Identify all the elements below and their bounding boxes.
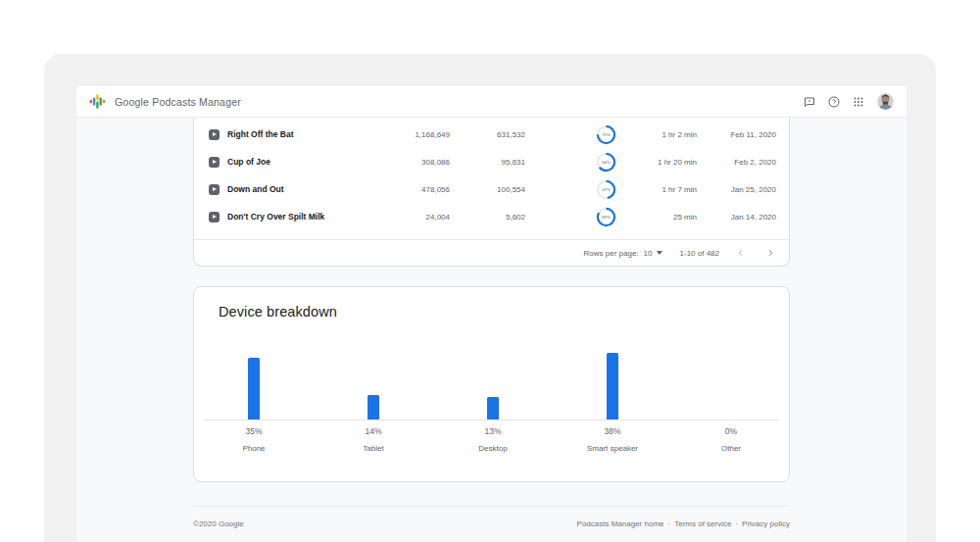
- episode-title: Down and Out: [227, 184, 284, 194]
- table-row[interactable]: Don't Cry Over Spilt Milk 24,004 5,602 8…: [194, 203, 789, 230]
- avg-length-value: 25 min: [625, 213, 697, 222]
- avg-length-value: 1 hr 7 min: [625, 185, 697, 194]
- table-row[interactable]: Right Off the Bat 1,168,649 631,532 75% …: [194, 121, 789, 148]
- app-window: Google Podcasts Manager: [76, 86, 906, 542]
- axis-label-phone: 35% Phone: [194, 426, 314, 453]
- publish-date: Jan 25, 2020: [694, 185, 776, 194]
- retention-percent: 83%: [601, 212, 611, 222]
- axis-label-other: 0% Other: [671, 426, 791, 453]
- axis-label-smart-speaker: 38% Smart speaker: [553, 426, 672, 453]
- plays-value: 308,086: [341, 158, 450, 167]
- google-podcasts-logo-icon: [89, 93, 106, 110]
- retention-percent: 75%: [601, 129, 611, 139]
- rows-per-page-label: Rows per page:: [584, 249, 639, 258]
- retention-ring: 47%: [596, 179, 616, 200]
- bar-value-label: 13%: [433, 426, 553, 436]
- plays-value: 1,168,649: [341, 130, 450, 139]
- episode-title: Don't Cry Over Spilt Milk: [227, 212, 324, 222]
- footer-link-home[interactable]: Podcasts Manager home: [577, 519, 664, 528]
- pagination-bar: Rows per page: 10 1-10 of 482: [194, 239, 789, 266]
- bar-tablet: [368, 395, 379, 419]
- footer: ©2020 Google Podcasts Manager home · Ter…: [193, 519, 790, 528]
- feedback-icon[interactable]: [804, 96, 815, 108]
- episode-title: Right Off the Bat: [227, 129, 294, 139]
- table-row[interactable]: Cup of Joe 308,086 95,631 64% 1 hr 20 mi…: [194, 148, 789, 175]
- app-title: Google Podcasts Manager: [115, 96, 241, 108]
- episode-rows: Right Off the Bat 1,168,649 631,532 75% …: [194, 118, 789, 230]
- plays-value: 24,004: [341, 213, 450, 222]
- bar-phone: [248, 358, 260, 419]
- episodes-table-card: Right Off the Bat 1,168,649 631,532 75% …: [193, 118, 790, 267]
- apps-grid-icon[interactable]: [853, 96, 864, 108]
- pagination-range: 1-10 of 482: [680, 249, 719, 258]
- listeners-value: 95,631: [439, 158, 525, 167]
- footer-link-terms[interactable]: Terms of service: [674, 519, 731, 528]
- plays-value: 478,056: [341, 185, 450, 194]
- bar-desktop: [487, 397, 499, 419]
- rows-per-page-select[interactable]: 10: [644, 249, 653, 258]
- axis-label-tablet: 14% Tablet: [314, 426, 433, 453]
- avg-length-value: 1 hr 2 min: [625, 130, 697, 139]
- copyright-text: ©2020 Google: [193, 519, 244, 528]
- app-header: Google Podcasts Manager: [76, 86, 906, 118]
- bar-category-label: Desktop: [433, 444, 553, 453]
- axis-label-desktop: 13% Desktop: [433, 426, 553, 453]
- footer-link-privacy[interactable]: Privacy policy: [742, 519, 790, 528]
- retention-ring: 83%: [596, 207, 616, 227]
- play-icon[interactable]: [209, 212, 220, 222]
- header-actions: [804, 93, 894, 110]
- retention-ring: 64%: [596, 152, 616, 172]
- listeners-value: 100,554: [439, 185, 525, 194]
- play-icon[interactable]: [209, 184, 220, 195]
- bar-value-label: 38%: [553, 426, 672, 436]
- bar-category-label: Phone: [194, 444, 314, 453]
- retention-percent: 64%: [601, 157, 611, 167]
- bar-smart-speaker: [607, 353, 618, 419]
- bar-value-label: 14%: [314, 426, 433, 436]
- footer-separator: ·: [668, 519, 671, 528]
- device-breakdown-card: Device breakdown 35% Phone 14% Tablet 13…: [193, 286, 790, 482]
- chart-baseline: [204, 419, 779, 420]
- footer-links: Podcasts Manager home · Terms of service…: [577, 519, 790, 528]
- bar-category-label: Other: [671, 444, 791, 453]
- play-icon[interactable]: [209, 129, 220, 140]
- footer-divider: [193, 506, 790, 507]
- publish-date: Feb 2, 2020: [694, 158, 776, 167]
- device-frame: Google Podcasts Manager: [44, 54, 936, 542]
- bar-value-label: 35%: [194, 426, 314, 436]
- table-row[interactable]: Down and Out 478,056 100,554 47% 1 hr 7 …: [194, 175, 789, 203]
- footer-separator: ·: [735, 519, 738, 528]
- bar-category-label: Smart speaker: [553, 444, 672, 453]
- bar-chart: [194, 287, 789, 419]
- avg-length-value: 1 hr 20 min: [625, 158, 697, 167]
- chevron-left-icon[interactable]: [737, 249, 745, 257]
- bar-value-label: 0%: [671, 426, 791, 436]
- retention-percent: 47%: [601, 184, 611, 194]
- chevron-right-icon[interactable]: [766, 249, 774, 257]
- listeners-value: 631,532: [439, 130, 525, 139]
- publish-date: Feb 11, 2020: [694, 130, 776, 139]
- bar-category-label: Tablet: [314, 444, 433, 453]
- retention-ring: 75%: [596, 124, 616, 145]
- publish-date: Jan 14, 2020: [694, 213, 776, 222]
- listeners-value: 5,602: [439, 213, 525, 222]
- episode-title: Cup of Joe: [227, 157, 270, 167]
- user-avatar[interactable]: [877, 93, 894, 110]
- chevron-down-icon[interactable]: [657, 251, 662, 255]
- play-icon[interactable]: [209, 157, 220, 168]
- help-icon[interactable]: [828, 96, 840, 108]
